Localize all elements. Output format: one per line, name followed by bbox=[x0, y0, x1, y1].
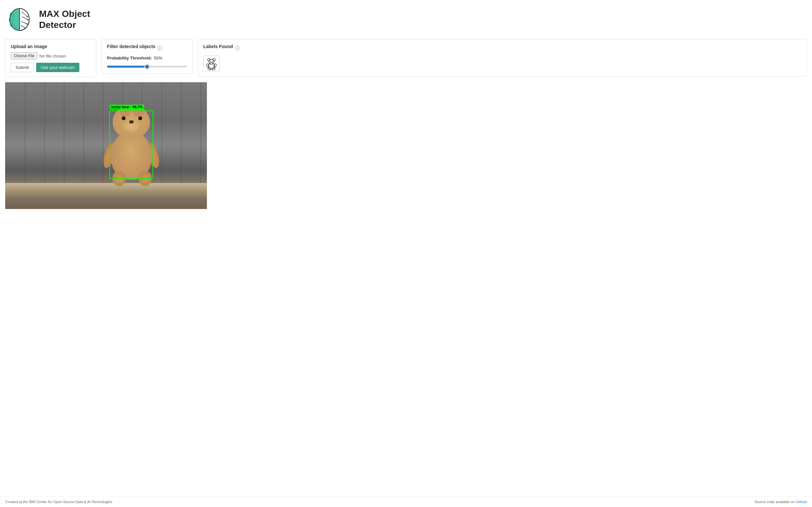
filter-title-row: Filter detected objects i bbox=[107, 44, 187, 52]
svg-line-3 bbox=[21, 25, 26, 28]
labels-panel-title: Labels Found bbox=[203, 44, 233, 49]
svg-point-6 bbox=[27, 23, 28, 25]
footer-right-prefix: Source code available on bbox=[754, 500, 795, 504]
footer-left-text: Created at the IBM Center for Open-Sourc… bbox=[5, 500, 112, 504]
svg-line-2 bbox=[21, 21, 27, 24]
github-link[interactable]: GitHub bbox=[796, 500, 807, 504]
teddy-bear-label-icon bbox=[203, 56, 219, 72]
detected-image: teddy bear : 98.7% bbox=[5, 82, 207, 209]
file-input-row: Choose File No file chosen bbox=[11, 52, 91, 59]
labels-info-icon[interactable]: i bbox=[235, 46, 240, 50]
app-title: MAX Object Detector bbox=[39, 8, 90, 30]
svg-point-4 bbox=[27, 16, 28, 17]
slider-container bbox=[107, 63, 187, 69]
webcam-button[interactable]: Use your webcam bbox=[36, 63, 79, 72]
header: MAX Object Detector bbox=[5, 5, 807, 34]
probability-slider[interactable] bbox=[107, 66, 187, 68]
detection-label: teddy bear : 98.7% bbox=[110, 105, 144, 109]
labels-panel: Labels Found i bbox=[198, 39, 807, 77]
filter-panel-title: Filter detected objects bbox=[107, 44, 155, 49]
submit-button[interactable]: Submit bbox=[11, 63, 34, 72]
upload-panel-title: Upload an image bbox=[11, 44, 91, 49]
no-file-label: No file chosen bbox=[39, 54, 66, 58]
filter-info-icon[interactable]: i bbox=[157, 46, 162, 50]
labels-title-row: Labels Found i bbox=[203, 44, 801, 52]
svg-point-18 bbox=[212, 61, 213, 62]
top-panels: Upload an image Choose File No file chos… bbox=[5, 39, 807, 77]
svg-line-0 bbox=[21, 12, 27, 16]
upload-panel: Upload an image Choose File No file chos… bbox=[5, 39, 96, 77]
footer: Created at the IBM Center for Open-Sourc… bbox=[0, 496, 812, 507]
svg-point-19 bbox=[211, 62, 212, 63]
action-buttons: Submit Use your webcam bbox=[11, 63, 91, 72]
ground-ledge bbox=[5, 183, 207, 209]
app-logo bbox=[5, 5, 34, 34]
threshold-value: 50% bbox=[154, 56, 162, 60]
svg-point-14 bbox=[209, 59, 214, 64]
detection-bounding-box: teddy bear : 98.7% bbox=[109, 111, 153, 179]
svg-point-17 bbox=[210, 61, 211, 62]
choose-file-button[interactable]: Choose File bbox=[11, 52, 37, 59]
footer-right: Source code available on GitHub bbox=[754, 500, 807, 504]
threshold-row: Probability Threshold: 50% bbox=[107, 56, 187, 60]
svg-point-5 bbox=[27, 19, 29, 20]
image-area: teddy bear : 98.7% bbox=[5, 82, 207, 209]
filter-panel: Filter detected objects i Probability Th… bbox=[101, 39, 193, 74]
threshold-label: Probability Threshold: bbox=[107, 56, 152, 60]
